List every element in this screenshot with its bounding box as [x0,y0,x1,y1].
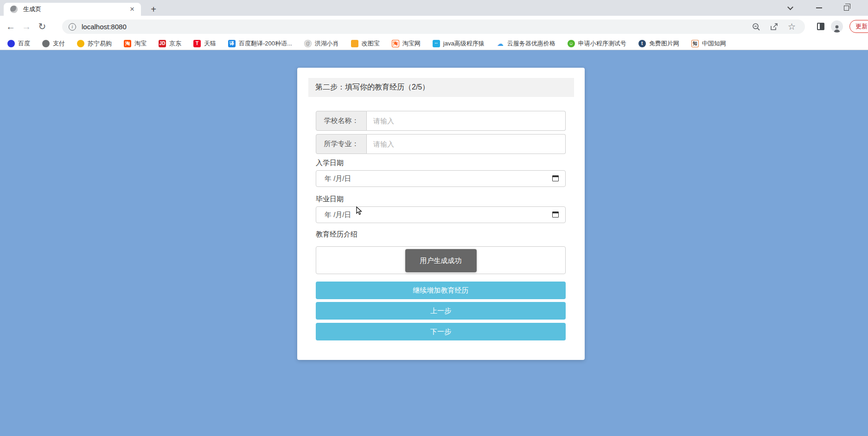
reload-button[interactable]: ↻ [34,21,50,32]
url-text[interactable]: localhost:8080 [82,23,752,31]
graduate-date-input[interactable]: 年 /月/日 [316,206,566,223]
major-group: 所学专业： [316,134,566,154]
calendar-icon[interactable] [552,175,559,181]
education-form-card: 第二步：填写你的教育经历（2/5） 学校名称： 所学专业： 入学日期 年 /月/… [297,68,585,360]
back-button[interactable]: ← [3,21,19,32]
address-bar[interactable]: i localhost:8080 ☆ [62,19,805,34]
bookmark-item[interactable]: ··java高级程序猿 [433,39,485,48]
bookmark-label: 百度 [18,39,30,48]
bookmark-label: 中国知网 [702,39,726,48]
baidu-translate-icon: 译 [228,40,236,47]
new-tab-button[interactable]: + [147,4,160,16]
window-restore-button[interactable] [844,0,849,16]
suning-lion-icon [77,40,84,47]
bookmark-label: 改图宝 [362,39,380,48]
tab-strip: 生成页 × + [0,0,868,16]
bookmark-label: 淘宝网 [402,39,421,48]
globe-icon [42,40,50,47]
mouse-cursor [356,206,363,216]
bookmark-label: 洪湖小肖 [315,39,339,48]
bookmark-label: 支付 [53,39,65,48]
tab-close-icon[interactable]: × [128,5,136,14]
swirl-bird-icon: @ [304,40,312,47]
tmall-icon: T [193,40,201,47]
bookmark-label: 百度翻译-200种语... [239,39,292,48]
bookmark-label: 天猫 [204,39,216,48]
date-placeholder: 年 /月/日 [325,211,351,219]
add-education-button[interactable]: 继续增加教育经历 [316,282,566,299]
bookmark-item[interactable]: 译百度翻译-200种语... [228,39,292,48]
calendar-icon[interactable] [552,212,559,218]
bookmark-label: 淘宝 [134,39,147,48]
success-toast: 用户生成成功 [405,249,477,272]
bookmark-item[interactable]: @洪湖小肖 [304,39,339,48]
bookmark-item[interactable]: 百度 [7,39,30,48]
intro-label: 教育经历介绍 [316,230,566,239]
baidu-paw-icon [7,40,15,47]
wechat-miniprogram-icon: ☺ [568,40,575,47]
profile-avatar[interactable] [831,20,843,32]
school-name-label: 学校名称： [316,111,367,131]
window-minimize-button[interactable] [816,0,822,16]
major-label: 所学专业： [316,134,367,154]
bookmark-star-icon[interactable]: ☆ [788,21,796,32]
school-name-input[interactable] [367,111,566,131]
bilibili-tv-icon: ·· [433,40,440,47]
update-button[interactable]: 更新 [849,20,868,33]
taobao-icon: 淘 [124,40,131,47]
step-header: 第二步：填写你的教育经历（2/5） [308,78,574,97]
page-background: 第二步：填写你的教育经历（2/5） 学校名称： 所学专业： 入学日期 年 /月/… [0,50,868,436]
taobao-web-icon: 淘 [392,40,399,47]
bookmark-item[interactable]: 知中国知网 [691,39,726,48]
cloud-icon: ☁ [497,40,504,47]
image-edit-icon [351,40,358,47]
bookmark-label: 苏宁易购 [88,39,112,48]
bookmark-item[interactable]: 苏宁易购 [77,39,112,48]
bookmark-item[interactable]: 支付 [42,39,65,48]
forward-button[interactable]: → [19,21,34,32]
date-placeholder: 年 /月/日 [325,174,351,183]
tab-favicon-globe-icon [10,6,18,13]
bookmark-item[interactable]: ☁云服务器优惠价格 [497,39,555,48]
bookmark-item[interactable]: T天猫 [193,39,216,48]
bookmark-item[interactable]: t免费图片网 [638,39,679,48]
bookmark-label: java高级程序猿 [443,39,485,48]
side-panel-icon[interactable] [817,23,824,30]
enroll-date-label: 入学日期 [316,159,566,168]
chevron-down-icon [787,4,793,10]
tab-title: 生成页 [23,5,128,13]
school-name-group: 学校名称： [316,111,566,131]
browser-tab[interactable]: 生成页 × [4,3,141,16]
bookmark-item[interactable]: JD京东 [159,39,181,48]
bookmark-label: 申请小程序测试号 [578,39,626,48]
major-input[interactable] [367,134,566,154]
enroll-date-input[interactable]: 年 /月/日 [316,170,566,187]
graduate-date-label: 毕业日期 [316,195,566,204]
site-info-icon[interactable]: i [69,23,76,31]
bookmark-item[interactable]: 改图宝 [351,39,380,48]
step-title: 第二步：填写你的教育经历（2/5） [315,83,429,92]
tab-search-chevron-icon[interactable] [788,0,792,16]
bookmark-item[interactable]: ☺申请小程序测试号 [568,39,626,48]
bookmark-item[interactable]: 淘淘宝 [124,39,147,48]
person-icon [833,24,841,32]
zoom-out-icon[interactable] [752,23,760,31]
restore-icon [844,6,849,11]
minimize-icon [816,7,822,8]
bookmark-item[interactable]: 淘淘宝网 [392,39,421,48]
t-badge-icon: t [638,40,646,47]
bookmark-label: 京东 [169,39,181,48]
bookmark-label: 免费图片网 [649,39,679,48]
jd-icon: JD [159,40,166,47]
bookmarks-bar: 百度支付苏宁易购淘淘宝JD京东T天猫译百度翻译-200种语...@洪湖小肖改图宝… [0,37,868,50]
next-step-button[interactable]: 下一步 [316,323,566,340]
prev-step-button[interactable]: 上一步 [316,302,566,320]
share-icon[interactable] [770,23,779,31]
cnki-icon: 知 [691,40,699,47]
browser-toolbar: ← → ↻ i localhost:8080 ☆ 更新 [0,16,868,37]
bookmark-label: 云服务器优惠价格 [507,39,555,48]
